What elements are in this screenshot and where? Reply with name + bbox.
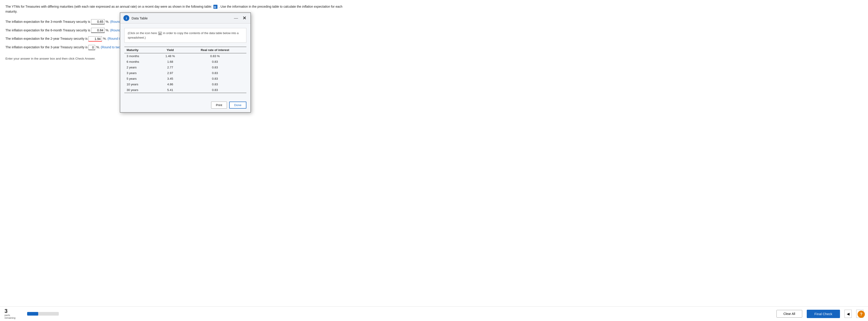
- cell-real-rate-0: 0.83 %: [184, 53, 246, 59]
- answer-suffix-4: %.: [96, 45, 100, 50]
- cell-maturity-2: 2 years: [124, 65, 157, 70]
- cell-maturity-6: 30 years: [124, 87, 157, 93]
- col-header-maturity: Maturity: [124, 47, 157, 53]
- table-header-row: Maturity Yield Real rate of interest: [124, 47, 246, 53]
- cell-yield-6: 5.41: [157, 87, 184, 93]
- data-table: Maturity Yield Real rate of interest 3 m…: [124, 47, 246, 93]
- answer-prefix-2: The inflation expectation for the 6-mont…: [5, 28, 90, 33]
- intro-italic: inflation expectation: [302, 5, 330, 8]
- cell-real-rate-4: 0.83: [184, 76, 246, 81]
- cell-maturity-4: 5 years: [124, 76, 157, 81]
- answer-suffix-2: %.: [105, 28, 109, 33]
- cell-maturity-3: 3 years: [124, 70, 157, 76]
- progress-bar-container: [27, 312, 59, 316]
- answer-input-6month[interactable]: [91, 28, 105, 33]
- help-button[interactable]: ?: [858, 311, 865, 318]
- intro-text-part1: The YTMs for Treasuries with differing m…: [5, 5, 212, 8]
- answer-input-3year[interactable]: [88, 45, 95, 50]
- answer-input-3month[interactable]: [91, 19, 105, 24]
- done-button[interactable]: Done: [229, 102, 246, 109]
- modal-minimize-button[interactable]: —: [232, 16, 239, 20]
- modal-footer: Print Done: [120, 102, 250, 112]
- answer-prefix-4: The inflation expectation for the 3-year…: [5, 45, 88, 50]
- cell-maturity-5: 10 years: [124, 81, 157, 87]
- cell-yield-3: 2.97: [157, 70, 184, 76]
- cell-real-rate-3: 0.83: [184, 70, 246, 76]
- cell-yield-4: 3.45: [157, 76, 184, 81]
- table-row: 2 years 2.77 0.83: [124, 65, 246, 70]
- answer-input-2year[interactable]: [88, 36, 102, 41]
- nav-prev-button[interactable]: ◀: [844, 310, 852, 318]
- modal-header: i Data Table — ✕: [120, 13, 250, 24]
- table-row: 30 years 5.41 0.83: [124, 87, 246, 93]
- col-header-yield: Yield: [157, 47, 184, 53]
- table-row: 10 years 4.86 0.83: [124, 81, 246, 87]
- grid-icon[interactable]: [213, 5, 217, 9]
- table-row: 3 months 1.48 % 0.83 %: [124, 53, 246, 59]
- cell-maturity-1: 6 months: [124, 59, 157, 65]
- bottom-bar: 3 parts remaining Clear All Final Check …: [0, 306, 868, 321]
- modal-close-button[interactable]: ✕: [242, 16, 247, 20]
- cell-yield-0: 1.48 %: [157, 53, 184, 59]
- copy-note-text1: (Click on the icon here: [128, 31, 157, 35]
- intro-text-part2: . Use the information in the preceding t…: [219, 5, 302, 8]
- progress-bar-fill: [27, 312, 38, 316]
- clear-all-button[interactable]: Clear All: [776, 310, 802, 318]
- copy-note: (Click on the icon here ▤ in order to co…: [124, 28, 246, 43]
- print-button[interactable]: Print: [211, 102, 227, 109]
- cell-real-rate-1: 0.83: [184, 59, 246, 65]
- parts-remaining: 3 parts remaining: [4, 308, 23, 319]
- cell-real-rate-2: 0.83: [184, 65, 246, 70]
- answer-suffix-1: %.: [105, 19, 109, 25]
- answer-prefix-1: The inflation expectation for the 3-mont…: [5, 19, 90, 25]
- cell-maturity-0: 3 months: [124, 53, 157, 59]
- cell-yield-2: 2.77: [157, 65, 184, 70]
- cell-yield-5: 4.86: [157, 81, 184, 87]
- copy-spreadsheet-icon[interactable]: ▤: [158, 32, 162, 35]
- final-check-button[interactable]: Final Check: [807, 310, 840, 318]
- table-row: 6 months 1.68 0.83: [124, 59, 246, 65]
- cell-real-rate-6: 0.83: [184, 87, 246, 93]
- data-table-modal: i Data Table — ✕ (Click on the icon here…: [120, 12, 251, 113]
- parts-label-line2: remaining: [4, 317, 16, 319]
- answer-suffix-3: %.: [103, 36, 106, 41]
- cell-real-rate-5: 0.83: [184, 81, 246, 87]
- parts-label-line1: parts: [4, 314, 10, 317]
- col-header-real-rate: Real rate of interest: [184, 47, 246, 53]
- table-row: 5 years 3.45 0.83: [124, 76, 246, 81]
- modal-info-icon: i: [123, 15, 129, 21]
- table-row: 3 years 2.97 0.83: [124, 70, 246, 76]
- modal-body: (Click on the icon here ▤ in order to co…: [120, 24, 250, 102]
- answer-prefix-3: The inflation expectation for the 2-year…: [5, 36, 88, 41]
- cell-yield-1: 1.68: [157, 59, 184, 65]
- modal-title: Data Table: [131, 16, 230, 20]
- parts-number: 3: [4, 308, 7, 314]
